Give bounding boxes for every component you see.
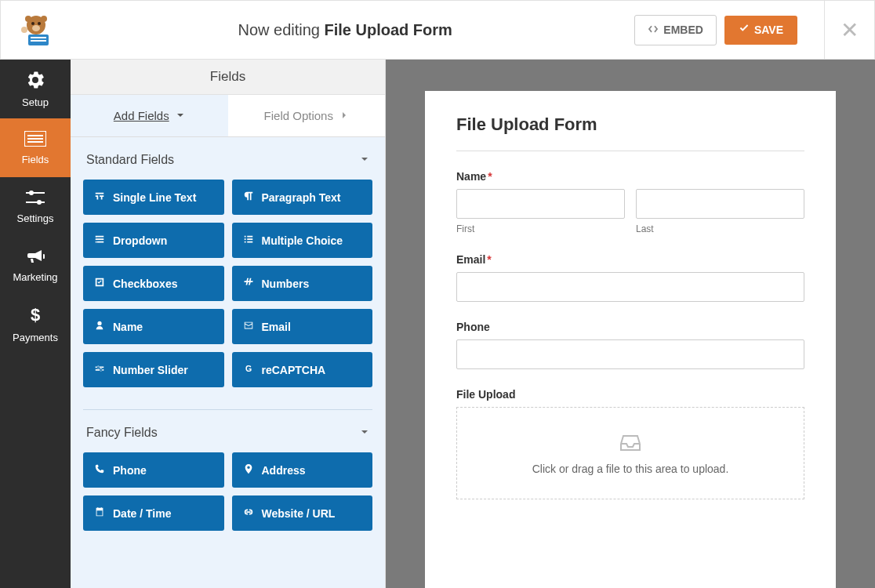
sliders-icon [26,190,45,208]
name-label: Name* [456,170,804,183]
sidebar: Setup Fields Settings Marketing $ Paymen… [0,60,71,588]
sidebar-item-settings[interactable]: Settings [0,177,71,236]
multiple-choice-icon [243,234,254,247]
chevron-down-icon [360,153,369,167]
svg-point-15 [29,191,34,195]
page-title: Now editing File Upload Form [56,21,634,39]
first-sublabel: First [456,223,625,234]
field-type-dropdown[interactable]: Dropdown [83,223,224,258]
single-line-text-icon [94,191,105,204]
field-type-multiple-choice[interactable]: Multiple Choice [232,223,373,258]
first-name-field[interactable] [456,189,625,219]
numbers-icon [243,277,254,290]
field-type-email[interactable]: Email [232,309,373,344]
svg-point-8 [41,16,47,22]
panel-title: Fields [71,60,385,95]
phone-icon [94,463,105,477]
name-icon [94,320,105,333]
svg-point-4 [31,22,34,25]
svg-point-17 [37,200,42,205]
field-type-date-time[interactable]: Date / Time [83,495,224,531]
gear-icon [26,71,45,92]
svg-point-9 [21,27,27,33]
field-type-number-slider[interactable]: Number Slider [83,352,224,387]
paragraph-text-icon [243,191,254,204]
field-type-address[interactable]: Address [232,452,373,488]
embed-button[interactable]: EMBED [634,15,717,45]
save-button[interactable]: SAVE [724,16,797,45]
svg-rect-2 [31,40,46,42]
field-type-recaptcha[interactable]: GreCAPTCHA [232,352,373,387]
tab-add-fields[interactable]: Add Fields [71,95,228,137]
address-icon [243,463,254,477]
phone-label: Phone [456,321,804,333]
app-logo[interactable] [16,10,56,49]
phone-field[interactable] [456,339,804,369]
dropdown-icon [94,234,105,247]
svg-point-5 [38,22,41,25]
section-standard-fields[interactable]: Standard Fields [83,137,372,180]
file-upload-dropzone[interactable]: Click or drag a file to this area to upl… [456,407,804,499]
chevron-down-icon [360,426,369,440]
sidebar-item-label: Marketing [13,271,57,283]
file-upload-label: File Upload [456,388,804,401]
field-type-paragraph-text[interactable]: Paragraph Text [232,180,373,215]
svg-rect-12 [27,138,43,140]
tab-field-options[interactable]: Field Options [228,95,386,137]
sidebar-item-setup[interactable]: Setup [0,60,71,118]
email-field[interactable] [456,272,804,302]
last-sublabel: Last [636,223,804,234]
sidebar-item-fields[interactable]: Fields [0,118,71,177]
field-type-phone[interactable]: Phone [83,452,224,488]
svg-rect-14 [26,192,45,194]
chevron-right-icon [339,109,349,122]
email-icon [243,320,254,333]
code-icon [648,24,659,37]
form-preview: File Upload Form Name* First Last Email* [425,91,836,588]
svg-rect-1 [31,37,46,38]
svg-rect-11 [27,135,43,136]
close-icon[interactable]: ✕ [824,0,859,60]
sidebar-item-marketing[interactable]: Marketing [0,236,71,295]
check-icon [739,24,750,37]
sidebar-item-label: Setup [22,96,49,108]
field-type-checkboxes[interactable]: Checkboxes [83,266,224,301]
sidebar-item-payments[interactable]: $ Payments [0,295,71,354]
field-type-website-url[interactable]: Website / URL [232,495,373,531]
svg-point-7 [25,16,31,22]
field-type-numbers[interactable]: Numbers [232,266,373,301]
svg-rect-13 [27,141,43,143]
chevron-down-icon [176,109,185,122]
sidebar-item-label: Settings [17,212,54,224]
checkboxes-icon [94,277,105,290]
svg-text:$: $ [31,306,40,325]
date-time-icon [94,506,105,520]
inbox-icon [481,431,780,453]
fields-icon [24,131,46,149]
field-type-name[interactable]: Name [83,309,224,344]
svg-rect-16 [26,201,45,203]
form-title: File Upload Form [456,114,804,151]
website-url-icon [243,506,254,520]
number-slider-icon [94,363,105,376]
dollar-icon: $ [29,306,42,327]
bullhorn-icon [26,249,45,267]
sidebar-item-label: Fields [22,154,49,165]
field-type-single-line-text[interactable]: Single Line Text [83,180,224,215]
svg-point-6 [32,25,40,31]
sidebar-item-label: Payments [13,332,58,343]
svg-text:G: G [245,364,251,373]
email-label: Email* [456,253,804,266]
recaptcha-icon: G [243,363,254,376]
last-name-field[interactable] [636,189,804,219]
section-fancy-fields[interactable]: Fancy Fields [83,410,372,452]
